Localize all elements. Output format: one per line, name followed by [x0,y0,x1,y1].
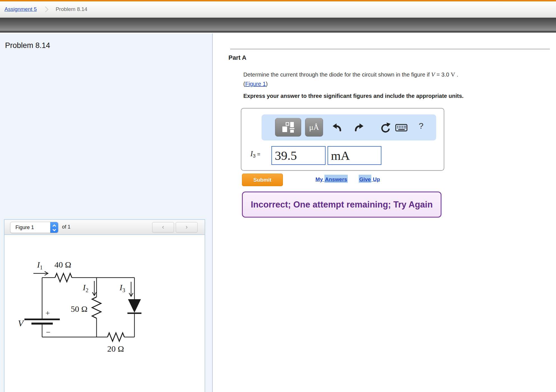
breadcrumb-current: Problem 8.14 [56,6,87,12]
answer-pane: Part A Determine the current through the… [213,33,556,392]
header-dark-bar [0,18,556,33]
figure-next-button[interactable]: › [176,222,198,233]
figure-select-stepper[interactable] [50,222,58,233]
stepper-up-icon [52,224,56,228]
diode-symbol [127,299,141,313]
breadcrumb: Assignment 5 Problem 8.14 [0,1,556,17]
battery-minus-label: − [46,328,51,336]
question-mid: = 3.0 [435,72,451,78]
battery-symbol [24,319,60,324]
question-unit: V [451,71,455,78]
figure-viewer-header: Figure 1 of 1 ‹ › [4,220,205,235]
my-answers-link[interactable]: My Answers [315,176,348,183]
current-label-i2: I2 [83,283,88,293]
undo-icon[interactable] [332,122,342,133]
breadcrumb-separator-icon [43,6,49,12]
circuit-diagram: V + − I1 40 Ω I2 50 Ω I3 20 Ω [12,253,203,392]
battery-label: V [18,318,24,328]
feedback-banner: Incorrect; One attempt remaining; Try Ag… [242,192,441,218]
resistor-40-label: 40 Ω [54,260,71,269]
figure-select-value: Figure 1 [15,225,34,230]
my-answers-text: My [315,176,324,182]
question-text: Determine the current through the diode … [243,70,485,89]
question-body: Determine the current through the diode … [243,72,431,78]
help-button[interactable]: ? [419,121,429,132]
reset-icon[interactable] [380,122,391,133]
resistor-50-symbol [92,297,101,318]
redo-icon[interactable] [354,122,364,133]
part-divider [230,49,550,50]
figure-link[interactable]: Figure 1 [245,81,266,87]
figure-count-label: of 1 [62,224,70,230]
question-variable: V [431,71,435,78]
figure-canvas: V + − I1 40 Ω I2 50 Ω I3 20 Ω [4,235,205,392]
current-arrow-i2 [92,281,96,296]
current-label-i3: I3 [119,283,125,293]
part-heading: Part A [228,54,246,61]
math-toolbar: μÅ [262,114,436,140]
figure-viewer: Figure 1 of 1 ‹ › [4,219,205,392]
answer-value-input[interactable] [271,146,326,165]
units-button-label: μÅ [309,123,319,132]
resistor-20-label: 20 Ω [107,344,124,353]
figure-prev-button[interactable]: ‹ [152,222,174,233]
give-up-text: Up [371,176,380,182]
current-arrow-i1 [33,271,48,275]
resistor-20-symbol [107,333,124,341]
answer-panel: μÅ [241,108,444,171]
submit-button[interactable]: Submit [242,174,283,186]
template-button[interactable] [275,118,301,137]
stepper-down-icon [52,228,56,231]
question-end: . [455,72,458,78]
give-up-link[interactable]: Give Up [359,176,380,183]
instruction-text: Express your answer to three significant… [243,93,464,99]
answer-variable-label: I3 = [250,149,260,159]
figure-select[interactable]: Figure 1 [10,222,58,233]
resistor-40-symbol [55,273,72,282]
resistor-50-label: 50 Ω [71,304,88,313]
current-arrow-i3 [129,282,133,296]
my-answers-highlighted-text: Answers [324,175,348,183]
units-button[interactable]: μÅ [305,118,323,137]
figure-ref-open: ( [243,81,245,87]
assignment-link[interactable]: Assignment 5 [4,6,37,12]
current-label-i1: I1 [37,260,43,271]
answer-unit-input[interactable] [328,146,381,165]
battery-plus-label: + [45,309,50,317]
keyboard-icon[interactable] [395,122,408,133]
give-up-highlighted-text: Give [359,175,371,183]
figure-ref-close: ) [266,81,268,87]
problem-pane: Problem 8.14 Figure 1 of 1 ‹ › [0,33,213,392]
page-title: Problem 8.14 [5,41,50,50]
template-icon [282,121,295,133]
